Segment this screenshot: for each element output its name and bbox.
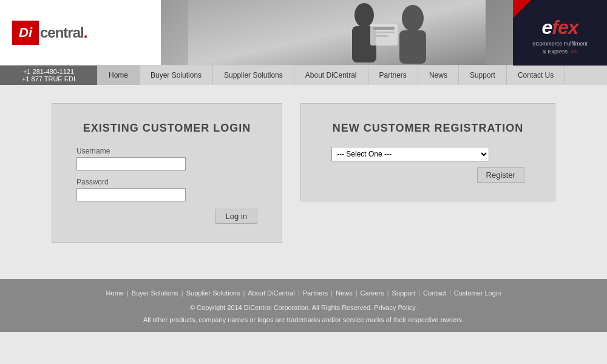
header-banner bbox=[161, 0, 513, 65]
phone-line2: +1 877 TRUE EDI bbox=[22, 75, 75, 83]
central-word: central bbox=[40, 24, 84, 41]
username-input[interactable] bbox=[76, 157, 186, 170]
efex-logo: efex eCommerce Fulfilment & Express >> bbox=[513, 0, 607, 66]
username-label: Username bbox=[76, 147, 257, 155]
nav-news[interactable]: News bbox=[418, 66, 459, 85]
footer-privacy-text: Privacy Policy. bbox=[374, 304, 417, 311]
footer-link-customer-login[interactable]: Customer Login bbox=[454, 288, 501, 300]
footer-disclaimer: All other products, company names or log… bbox=[12, 314, 595, 326]
logo-dot: . bbox=[84, 24, 87, 41]
footer-link-partners[interactable]: Partners bbox=[303, 288, 328, 300]
footer-link-supplier[interactable]: Supplier Solutions bbox=[186, 288, 240, 300]
footer-link-about[interactable]: About DiCentral bbox=[248, 288, 295, 300]
svg-rect-8 bbox=[373, 35, 388, 37]
nav-support[interactable]: Support bbox=[459, 66, 507, 85]
footer-link-news[interactable]: News bbox=[336, 288, 353, 300]
efex-subtitle: eCommerce Fulfilment & Express >> bbox=[532, 40, 588, 55]
password-group: Password bbox=[76, 178, 257, 201]
footer-sep-2: | bbox=[181, 288, 183, 300]
phone-bar: +1 281-480-1121 +1 877 TRUE EDI bbox=[0, 66, 97, 85]
register-button[interactable]: Register bbox=[477, 167, 524, 183]
login-btn-row: Log in bbox=[76, 209, 257, 224]
footer-copyright-text: © Copyright 2014 DiCentral Corporation. … bbox=[190, 304, 372, 311]
nav-partners[interactable]: Partners bbox=[368, 66, 418, 85]
select-row: --- Select One --- Buyer Supplier bbox=[331, 147, 524, 161]
footer-link-careers[interactable]: Careers bbox=[361, 288, 384, 300]
main-content: EXISTING CUSTOMER LOGIN Username Passwor… bbox=[0, 85, 607, 279]
footer-copyright: © Copyright 2014 DiCentral Corporation. … bbox=[12, 302, 595, 314]
di-logo: Di bbox=[12, 21, 39, 45]
password-label: Password bbox=[76, 178, 257, 186]
svg-rect-6 bbox=[373, 27, 395, 30]
footer-sep-4: | bbox=[298, 288, 300, 300]
footer-sep-1: | bbox=[127, 288, 129, 300]
footer-link-home[interactable]: Home bbox=[106, 288, 124, 300]
efex-sub1: eCommerce Fulfilment bbox=[532, 41, 588, 47]
login-button[interactable]: Log in bbox=[215, 209, 257, 224]
footer-link-contact[interactable]: Contact bbox=[423, 288, 446, 300]
footer-sep-9: | bbox=[449, 288, 451, 300]
nav-buyer-solutions[interactable]: Buyer Solutions bbox=[140, 66, 213, 85]
di-text: Di bbox=[19, 25, 32, 41]
efex-e: e bbox=[541, 16, 552, 38]
header: Di central. bbox=[0, 0, 607, 66]
footer-sep-8: | bbox=[418, 288, 420, 300]
svg-rect-7 bbox=[373, 32, 395, 33]
logo: Di central. bbox=[12, 21, 87, 45]
login-box: EXISTING CUSTOMER LOGIN Username Passwor… bbox=[52, 103, 282, 243]
login-title: EXISTING CUSTOMER LOGIN bbox=[76, 122, 257, 135]
nav-supplier-solutions[interactable]: Supplier Solutions bbox=[213, 66, 294, 85]
username-group: Username bbox=[76, 147, 257, 170]
svg-rect-0 bbox=[188, 0, 486, 65]
banner-image bbox=[161, 0, 513, 65]
efex-sub2: & Express bbox=[543, 49, 568, 55]
nav-bar: Home Buyer Solutions Supplier Solutions … bbox=[97, 66, 607, 85]
footer-link-buyer[interactable]: Buyer Solutions bbox=[132, 288, 178, 300]
footer-links: Home | Buyer Solutions | Supplier Soluti… bbox=[12, 288, 595, 300]
nav-home[interactable]: Home bbox=[97, 66, 140, 85]
efex-arrows: >> bbox=[571, 49, 578, 55]
svg-point-3 bbox=[354, 3, 374, 27]
password-input[interactable] bbox=[76, 188, 186, 201]
footer-sep-3: | bbox=[243, 288, 245, 300]
phone-line1: +1 281-480-1121 bbox=[23, 68, 74, 75]
svg-point-1 bbox=[402, 5, 424, 32]
registration-box: NEW CUSTOMER REGISTRATION --- Select One… bbox=[300, 103, 555, 201]
footer: Home | Buyer Solutions | Supplier Soluti… bbox=[0, 279, 607, 332]
central-text: central. bbox=[40, 24, 87, 41]
footer-sep-7: | bbox=[387, 288, 389, 300]
efex-rest: fex bbox=[552, 16, 578, 38]
svg-rect-2 bbox=[399, 30, 426, 64]
footer-sep-6: | bbox=[356, 288, 358, 300]
nav-contact[interactable]: Contact Us bbox=[507, 66, 565, 85]
footer-link-support[interactable]: Support bbox=[392, 288, 416, 300]
efex-brand-text: efex bbox=[541, 16, 578, 39]
nav-about[interactable]: About DiCentral bbox=[294, 66, 368, 85]
registration-title: NEW CUSTOMER REGISTRATION bbox=[331, 122, 524, 135]
subheader: +1 281-480-1121 +1 877 TRUE EDI Home Buy… bbox=[0, 66, 607, 85]
logo-area: Di central. bbox=[0, 0, 161, 65]
footer-sep-5: | bbox=[331, 288, 333, 300]
registration-select[interactable]: --- Select One --- Buyer Supplier bbox=[331, 147, 489, 161]
